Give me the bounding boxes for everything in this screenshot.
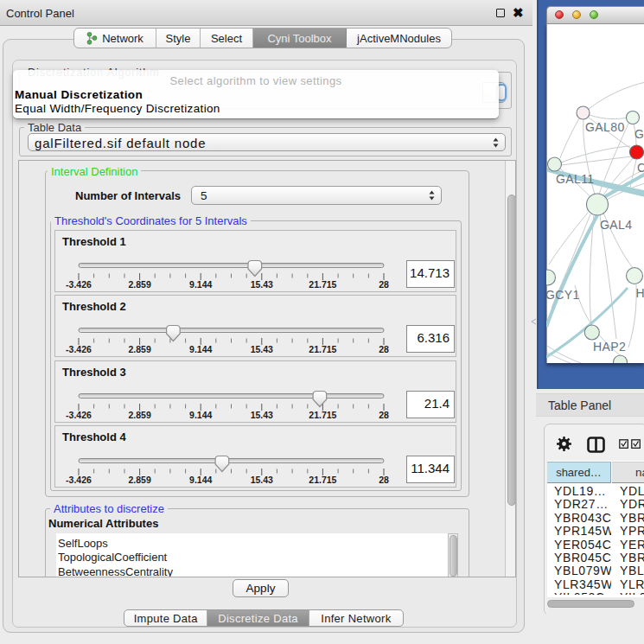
svg-text:21.715: 21.715: [309, 475, 336, 485]
svg-text:9.144: 9.144: [189, 344, 212, 354]
svg-text:9.144: 9.144: [189, 410, 212, 420]
svg-text:2.859: 2.859: [128, 410, 150, 420]
svg-text:9.144: 9.144: [189, 279, 212, 290]
svg-text:21.715: 21.715: [309, 410, 336, 420]
svg-text:28: 28: [379, 475, 389, 485]
svg-text:2.859: 2.859: [128, 279, 150, 290]
svg-text:GAL4: GAL4: [600, 218, 632, 232]
svg-text:28: 28: [379, 410, 389, 420]
svg-text:-3.426: -3.426: [66, 410, 92, 420]
svg-text:GAL80: GAL80: [585, 120, 625, 134]
svg-text:21.715: 21.715: [309, 344, 336, 354]
svg-text:21.715: 21.715: [309, 279, 336, 290]
svg-text:GAL11: GAL11: [556, 172, 595, 186]
svg-text:-3.426: -3.426: [66, 344, 92, 354]
svg-text:15.43: 15.43: [251, 344, 273, 354]
svg-text:H: H: [636, 286, 644, 300]
svg-text:-3.426: -3.426: [66, 475, 92, 485]
svg-text:C: C: [637, 161, 644, 175]
svg-text:15.43: 15.43: [251, 475, 273, 485]
svg-text:28: 28: [379, 279, 389, 290]
svg-text:2.859: 2.859: [128, 475, 150, 485]
svg-text:28: 28: [379, 344, 389, 354]
svg-text:15.43: 15.43: [251, 410, 273, 420]
svg-text:9.144: 9.144: [189, 475, 212, 485]
svg-text:-3.426: -3.426: [66, 279, 92, 290]
svg-text:GCY1: GCY1: [546, 288, 580, 302]
svg-text:HAP2: HAP2: [593, 340, 626, 354]
svg-text:2.859: 2.859: [128, 344, 150, 354]
svg-text:15.43: 15.43: [251, 279, 273, 290]
svg-text:GA: GA: [634, 127, 644, 141]
